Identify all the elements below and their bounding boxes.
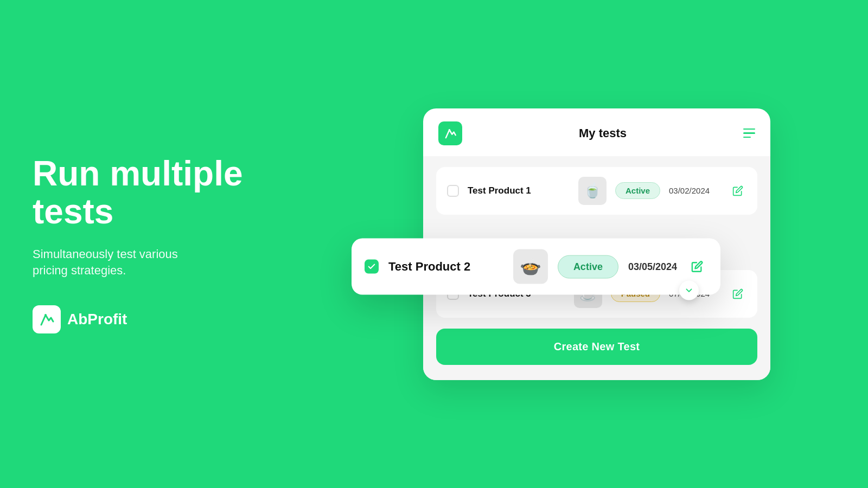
test-date-1: 03/02/2024 <box>669 186 720 195</box>
scroll-indicator <box>679 281 699 300</box>
svg-point-0 <box>44 314 47 316</box>
right-panel: My tests Test Product 1 🍵 Active 03/02/2… <box>326 87 868 402</box>
floating-test-name: Test Product 2 <box>388 260 503 274</box>
card-logo-icon <box>438 121 462 145</box>
brand-text: AbProfit <box>67 311 127 328</box>
hamburger-menu-icon[interactable] <box>743 129 755 138</box>
floating-test-card: Test Product 2 🍲 Active 03/05/2024 <box>352 239 720 295</box>
floating-product-image: 🍲 <box>513 249 548 284</box>
edit-button-3[interactable] <box>729 285 746 303</box>
card-title: My tests <box>579 126 627 140</box>
subtitle: Simultaneously test variouspricing strat… <box>33 246 293 280</box>
floating-edit-button[interactable] <box>687 256 707 277</box>
floating-checkbox[interactable] <box>365 260 379 274</box>
floating-test-date: 03/05/2024 <box>628 261 677 272</box>
edit-button-1[interactable] <box>729 182 746 200</box>
test-checkbox-1[interactable] <box>447 185 459 197</box>
product-image-1: 🍵 <box>578 177 607 205</box>
card-header: My tests <box>423 108 770 156</box>
svg-point-1 <box>449 129 450 130</box>
status-badge-1: Active <box>615 182 660 199</box>
create-new-test-button[interactable]: Create New Test <box>436 329 757 365</box>
left-panel: Run multiple tests Simultaneously test v… <box>0 111 326 377</box>
brand-icon <box>33 305 61 333</box>
test-row: Test Product 1 🍵 Active 03/02/2024 <box>436 167 757 215</box>
test-name-1: Test Product 1 <box>468 185 570 196</box>
floating-status-badge: Active <box>558 255 618 278</box>
headline: Run multiple tests <box>33 155 293 231</box>
brand: AbProfit <box>33 305 293 333</box>
